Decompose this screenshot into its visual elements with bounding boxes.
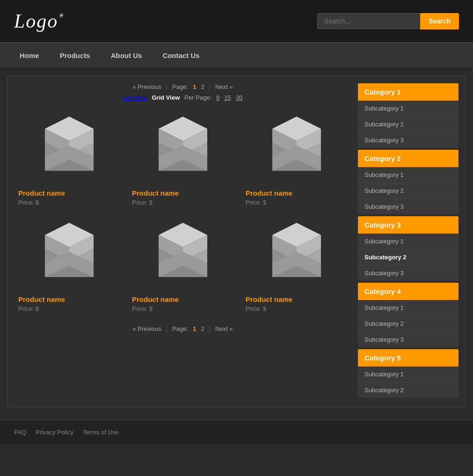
search-area: Search xyxy=(317,13,459,29)
footer-privacy[interactable]: Privacy Policy xyxy=(36,429,73,436)
subcategory-list-4: Subcategory 1 Subcategory 2 Subcategory … xyxy=(358,300,458,347)
product-price: Price: $ xyxy=(246,305,347,312)
list-view-btn[interactable]: List View xyxy=(123,94,147,101)
sidebar: Category 1 Subcategory 1 Subcategory 2 S… xyxy=(358,83,458,400)
product-item[interactable]: Product name Price: $ xyxy=(15,214,124,316)
pagination-top: « Previous | Page: 1 2 | Next » xyxy=(15,83,351,90)
product-price: Price: $ xyxy=(18,305,120,312)
subcategory-item[interactable]: Subcategory 2 xyxy=(358,117,458,132)
products-area: « Previous | Page: 1 2 | Next » List Vie… xyxy=(15,83,358,400)
product-image xyxy=(27,112,111,184)
subcategory-item[interactable]: Subcategory 1 xyxy=(358,101,458,117)
footer-links: FAQ Privacy Policy Terms of Use xyxy=(14,429,459,436)
product-name: Product name xyxy=(246,295,347,303)
subcategory-item[interactable]: Subcategory 3 xyxy=(358,199,458,214)
category-1-header[interactable]: Category 1 xyxy=(358,83,458,101)
subcategory-list-5: Subcategory 1 Subcategory 2 xyxy=(358,366,458,398)
search-button[interactable]: Search xyxy=(420,13,459,29)
subcategory-item[interactable]: Subcategory 1 xyxy=(358,167,458,183)
per-page-label: Per Page: xyxy=(184,94,211,101)
product-name: Product name xyxy=(132,295,233,303)
search-input[interactable] xyxy=(317,13,420,29)
category-block-2: Category 2 Subcategory 1 Subcategory 2 S… xyxy=(358,150,458,214)
category-5-header[interactable]: Category 5 xyxy=(358,349,458,366)
product-name: Product name xyxy=(18,189,120,197)
subcategory-list-3: Subcategory 1 Subcategory 2 Subcategory … xyxy=(358,234,458,281)
prev-page-bottom[interactable]: « Previous xyxy=(132,325,161,332)
per-page-9[interactable]: 9 xyxy=(216,94,219,101)
header: Logo Search xyxy=(0,0,473,42)
subcategory-item[interactable]: Subcategory 2 xyxy=(358,382,458,398)
main-inner: « Previous | Page: 1 2 | Next » List Vie… xyxy=(7,76,466,407)
page-2-top[interactable]: 2 xyxy=(201,83,204,90)
prev-page-top[interactable]: « Previous xyxy=(132,83,161,90)
main-wrapper: « Previous | Page: 1 2 | Next » List Vie… xyxy=(0,69,473,414)
subcategory-item[interactable]: Subcategory 3 xyxy=(358,132,458,148)
category-block-1: Category 1 Subcategory 1 Subcategory 2 S… xyxy=(358,83,458,148)
product-item[interactable]: Product name Price: $ xyxy=(15,108,124,210)
next-page-top[interactable]: Next » xyxy=(215,83,233,90)
product-image xyxy=(27,218,111,291)
product-image xyxy=(255,112,339,184)
product-item[interactable]: Product name Price: $ xyxy=(128,214,237,316)
subcategory-item-active[interactable]: Subcategory 2 xyxy=(358,249,458,265)
product-image xyxy=(141,112,225,184)
category-4-header[interactable]: Category 4 xyxy=(358,283,458,300)
nav-item-contact[interactable]: Contact Us xyxy=(152,43,210,68)
subcategory-item[interactable]: Subcategory 1 xyxy=(358,300,458,316)
category-block-4: Category 4 Subcategory 1 Subcategory 2 S… xyxy=(358,283,458,347)
view-options: List View Grid View Per Page: 9 15 30 xyxy=(15,94,351,101)
product-name: Product name xyxy=(132,189,233,197)
product-price: Price: $ xyxy=(132,305,233,312)
nav-item-about[interactable]: About Us xyxy=(101,43,153,68)
subcategory-item[interactable]: Subcategory 3 xyxy=(358,265,458,281)
product-grid: Product name Price: $ xyxy=(15,108,351,316)
product-price: Price: $ xyxy=(246,199,347,206)
page-label-bottom: Page: xyxy=(172,325,188,332)
per-page-30[interactable]: 30 xyxy=(236,94,242,101)
nav-item-products[interactable]: Products xyxy=(50,43,101,68)
product-item[interactable]: Product name Price: $ xyxy=(242,214,351,316)
product-image xyxy=(141,218,225,291)
pagination-bottom: « Previous | Page: 1 2 | Next » xyxy=(15,325,351,332)
product-item[interactable]: Product name Price: $ xyxy=(128,108,237,210)
footer-faq[interactable]: FAQ xyxy=(14,429,26,436)
product-name: Product name xyxy=(246,189,347,197)
category-3-header[interactable]: Category 3 xyxy=(358,216,458,234)
subcategory-list-1: Subcategory 1 Subcategory 2 Subcategory … xyxy=(358,101,458,148)
subcategory-item[interactable]: Subcategory 2 xyxy=(358,316,458,332)
product-price: Price: $ xyxy=(132,199,233,206)
page-1-bottom[interactable]: 1 xyxy=(193,325,196,332)
page-2-bottom[interactable]: 2 xyxy=(201,325,204,332)
subcategory-list-2: Subcategory 1 Subcategory 2 Subcategory … xyxy=(358,167,458,214)
subcategory-item[interactable]: Subcategory 1 xyxy=(358,234,458,249)
subcategory-item[interactable]: Subcategory 3 xyxy=(358,332,458,347)
page-1-top[interactable]: 1 xyxy=(193,83,196,90)
logo: Logo xyxy=(14,10,58,32)
nav-item-home[interactable]: Home xyxy=(9,43,50,68)
category-2-header[interactable]: Category 2 xyxy=(358,150,458,167)
product-name: Product name xyxy=(18,295,120,303)
product-image xyxy=(255,218,339,291)
subcategory-item[interactable]: Subcategory 1 xyxy=(358,366,458,382)
category-block-5: Category 5 Subcategory 1 Subcategory 2 xyxy=(358,349,458,398)
page-label-top: Page: xyxy=(172,83,188,90)
product-item[interactable]: Product name Price: $ xyxy=(242,108,351,210)
next-page-bottom[interactable]: Next » xyxy=(215,325,233,332)
subcategory-item[interactable]: Subcategory 2 xyxy=(358,183,458,199)
footer-terms[interactable]: Terms of Use xyxy=(83,429,119,436)
category-block-3: Category 3 Subcategory 1 Subcategory 2 S… xyxy=(358,216,458,281)
grid-view-btn[interactable]: Grid View xyxy=(152,94,180,101)
product-price: Price: $ xyxy=(18,199,120,206)
footer: FAQ Privacy Policy Terms of Use xyxy=(0,420,473,444)
per-page-15[interactable]: 15 xyxy=(224,94,231,101)
main-nav: Home Products About Us Contact Us xyxy=(0,42,473,69)
